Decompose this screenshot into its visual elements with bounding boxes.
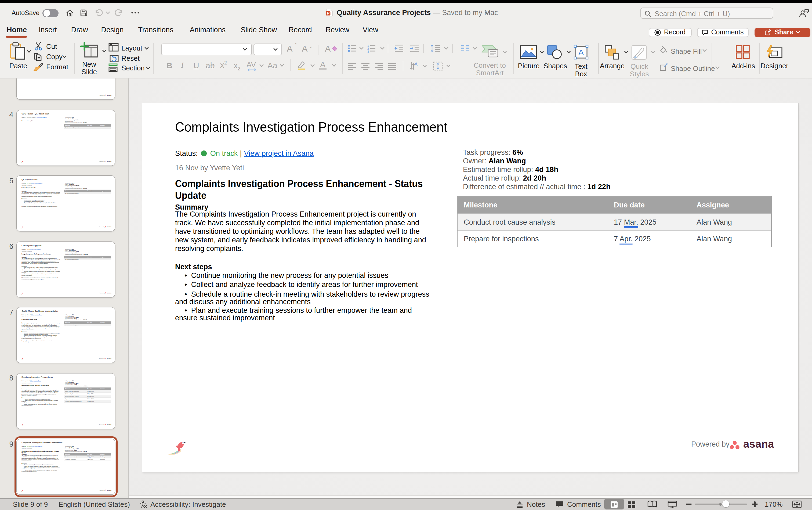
svg-text:P: P: [327, 11, 329, 15]
svg-text:3: 3: [367, 50, 369, 53]
svg-text:A: A: [415, 62, 418, 66]
svg-text:A: A: [578, 48, 584, 57]
